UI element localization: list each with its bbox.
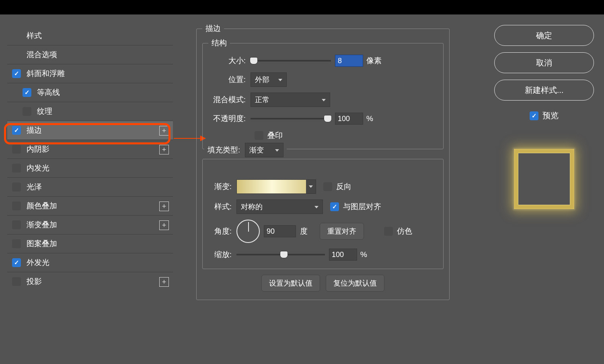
blend-mode-value: 正常 (255, 95, 269, 105)
preview-checkbox[interactable] (530, 111, 538, 120)
pattern-overlay-checkbox[interactable] (12, 239, 21, 248)
drop-shadow-label: 投影 (27, 276, 42, 287)
gradient-overlay-checkbox[interactable] (12, 220, 21, 229)
inner-glow-row[interactable]: 内发光 (7, 158, 173, 177)
drop-shadow-checkbox[interactable] (12, 277, 21, 286)
cancel-label: 取消 (536, 58, 552, 68)
inner-shadow-label: 内阴影 (27, 144, 49, 154)
angle-dial[interactable] (236, 220, 260, 243)
stroke-fieldset: 描边 结构 大小: 像素 位置: 外部 混合模式: 正常 不透明度: (196, 23, 450, 300)
scale-label: 缩放: (208, 249, 236, 260)
right-panel: 确定 取消 新建样式... 预览 (492, 25, 596, 227)
satin-checkbox[interactable] (12, 183, 21, 191)
cancel-button[interactable]: 取消 (494, 52, 594, 73)
set-default-button[interactable]: 设置为默认值 (261, 275, 320, 292)
preview-row: 预览 (530, 110, 559, 121)
scale-row: 缩放: % (208, 249, 438, 261)
styles-header-label: 样式 (27, 31, 42, 41)
satin-row[interactable]: 光泽 (7, 177, 173, 196)
outer-glow-checkbox[interactable] (12, 258, 21, 267)
add-stroke-icon[interactable]: + (159, 126, 169, 136)
satin-label: 光泽 (27, 182, 42, 192)
angle-input[interactable] (264, 225, 296, 237)
stroke-checkbox[interactable] (12, 126, 21, 135)
position-value: 外部 (255, 75, 269, 84)
add-gradient-overlay-icon[interactable]: + (159, 220, 169, 230)
new-style-label: 新建样式... (525, 85, 564, 96)
dither-checkbox[interactable] (384, 227, 393, 236)
overprint-checkbox[interactable] (255, 131, 263, 140)
reset-align-button[interactable]: 重置对齐 (320, 223, 364, 240)
inner-shadow-row[interactable]: 内阴影 + (7, 140, 173, 158)
styles-list-panel: 样式 混合选项 斜面和浮雕 等高线 纹理 描边 + 内阴影 + 内发光 光泽 颜… (7, 26, 173, 291)
outer-glow-row[interactable]: 外发光 (7, 253, 173, 272)
gradient-label: 渐变: (208, 181, 236, 192)
gradient-style-select[interactable]: 对称的 (236, 199, 323, 214)
spacer (12, 50, 21, 59)
opacity-slider[interactable] (251, 118, 331, 119)
texture-row[interactable]: 纹理 (7, 102, 173, 121)
reset-default-label: 复位为默认值 (333, 278, 377, 288)
structure-legend: 结构 (208, 38, 230, 48)
inner-shadow-checkbox[interactable] (12, 145, 21, 154)
gradient-picker[interactable] (236, 179, 316, 194)
inner-glow-label: 内发光 (27, 163, 49, 173)
angle-row: 角度: 度 重置对齐 仿色 (208, 220, 438, 243)
align-layer-checkbox[interactable] (330, 202, 339, 211)
reverse-checkbox[interactable] (323, 182, 332, 191)
preview-swatch (514, 149, 574, 209)
align-layer-label: 与图层对齐 (343, 202, 381, 212)
stroke-label: 描边 (27, 125, 42, 136)
size-row: 大小: 像素 (208, 55, 438, 67)
size-label: 大小: (208, 56, 251, 66)
reset-default-button[interactable]: 复位为默认值 (326, 275, 384, 292)
texture-checkbox[interactable] (23, 107, 31, 116)
scale-input[interactable] (329, 249, 357, 261)
defaults-row: 设置为默认值 复位为默认值 (202, 275, 444, 292)
set-default-label: 设置为默认值 (269, 278, 312, 288)
fill-type-value: 渐变 (249, 145, 264, 155)
blending-options-row[interactable]: 混合选项 (7, 45, 173, 64)
gradient-style-value: 对称的 (241, 202, 263, 212)
fill-fieldset: 渐变: 反向 样式: 对称的 与图层对齐 角度: 度 (202, 159, 444, 269)
overprint-label: 叠印 (267, 130, 283, 141)
contour-checkbox[interactable] (23, 88, 31, 97)
new-style-button[interactable]: 新建样式... (494, 80, 594, 101)
bevel-emboss-row[interactable]: 斜面和浮雕 (7, 64, 173, 83)
position-label: 位置: (208, 74, 251, 85)
add-drop-shadow-icon[interactable]: + (159, 277, 169, 287)
gradient-dropdown-icon[interactable] (306, 180, 316, 193)
ok-button[interactable]: 确定 (494, 25, 594, 46)
pattern-overlay-row[interactable]: 图案叠加 (7, 234, 173, 253)
bevel-checkbox[interactable] (12, 69, 21, 78)
drop-shadow-row[interactable]: 投影 + (7, 272, 173, 291)
styles-header-row[interactable]: 样式 (7, 26, 173, 45)
size-input[interactable] (335, 55, 363, 67)
blend-mode-select[interactable]: 正常 (251, 93, 330, 107)
opacity-label: 不透明度: (208, 113, 251, 124)
dither-label: 仿色 (397, 226, 412, 236)
position-select[interactable]: 外部 (251, 72, 287, 87)
add-inner-shadow-icon[interactable]: + (159, 145, 169, 154)
color-overlay-checkbox[interactable] (12, 202, 21, 210)
preview-label: 预览 (542, 110, 559, 121)
color-overlay-row[interactable]: 颜色叠加 + (7, 196, 173, 215)
opacity-input[interactable] (335, 113, 363, 125)
gradient-overlay-row[interactable]: 渐变叠加 + (7, 215, 173, 234)
stroke-fieldset-legend: 描边 (202, 23, 224, 34)
scale-unit: % (360, 250, 367, 259)
angle-label: 角度: (208, 226, 236, 236)
blend-mode-row: 混合模式: 正常 (208, 93, 438, 107)
contour-row[interactable]: 等高线 (7, 83, 173, 102)
size-slider[interactable] (251, 60, 331, 62)
opacity-unit: % (366, 114, 373, 123)
fill-type-label: 填充类型: (207, 145, 245, 155)
add-color-overlay-icon[interactable]: + (159, 202, 169, 211)
fill-type-select[interactable]: 渐变 (245, 143, 284, 157)
stroke-row[interactable]: 描边 + (7, 121, 173, 140)
gradient-overlay-label: 渐变叠加 (27, 220, 57, 230)
scale-slider[interactable] (236, 254, 325, 255)
opacity-row: 不透明度: % (208, 113, 438, 125)
reset-align-label: 重置对齐 (327, 226, 356, 236)
inner-glow-checkbox[interactable] (12, 164, 21, 173)
